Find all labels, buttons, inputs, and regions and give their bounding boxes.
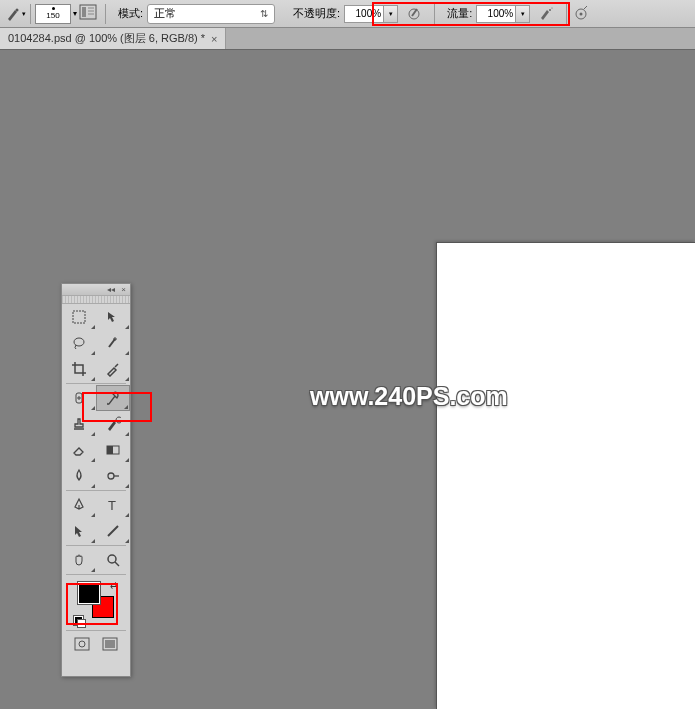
airbrush-icon[interactable] [536, 4, 556, 24]
close-tab-icon[interactable]: × [211, 33, 217, 45]
tools-panel: ◂◂ × T ⇄ [61, 283, 131, 677]
svg-point-16 [108, 473, 114, 479]
document-tab-title: 0104284.psd @ 100% (图层 6, RGB/8) * [8, 31, 205, 46]
watermark-text: www.240PS.com [310, 382, 508, 411]
history-brush-tool[interactable] [96, 411, 130, 437]
svg-rect-21 [75, 638, 89, 650]
close-panel-icon[interactable]: × [121, 285, 126, 294]
svg-rect-11 [73, 311, 85, 323]
flow-label: 流量: [447, 6, 472, 21]
swap-colors-icon[interactable]: ⇄ [110, 580, 118, 590]
move-tool[interactable] [96, 304, 130, 330]
stamp-tool[interactable] [62, 411, 96, 437]
canvas[interactable] [436, 242, 695, 709]
lasso-tool[interactable] [62, 330, 96, 356]
pen-tool[interactable] [62, 492, 96, 518]
brush-size-value: 150 [46, 11, 59, 20]
flow-input[interactable]: 100% [476, 5, 516, 23]
document-tab-bar: 0104284.psd @ 100% (图层 6, RGB/8) * × [0, 28, 695, 50]
mode-label: 模式: [118, 6, 143, 21]
default-colors-icon[interactable] [74, 616, 84, 626]
svg-point-19 [108, 555, 116, 563]
opacity-label: 不透明度: [293, 6, 340, 21]
collapse-icon[interactable]: ◂◂ [107, 285, 115, 294]
document-tab[interactable]: 0104284.psd @ 100% (图层 6, RGB/8) * × [0, 28, 226, 49]
hand-tool[interactable] [62, 547, 96, 573]
tablet-opacity-icon[interactable] [404, 4, 424, 24]
opacity-input[interactable]: 100% [344, 5, 384, 23]
svg-rect-24 [105, 640, 115, 648]
quickmask-icon[interactable] [74, 637, 90, 651]
zoom-tool[interactable] [96, 547, 130, 573]
svg-point-0 [15, 8, 18, 11]
screenmode-icon[interactable] [102, 637, 118, 651]
brush-tool-icon[interactable]: ▾ [4, 4, 26, 24]
gradient-tool[interactable] [96, 437, 130, 463]
svg-text:T: T [108, 498, 116, 513]
brush-preset-picker[interactable]: 150 [35, 4, 71, 24]
crop-tool[interactable] [62, 356, 96, 382]
svg-point-12 [74, 338, 84, 346]
eyedropper-tool[interactable] [96, 356, 130, 382]
color-swatches: ⇄ [74, 580, 118, 626]
svg-point-8 [552, 7, 553, 8]
svg-rect-2 [82, 7, 86, 17]
options-bar: ▾ 150 ▾ 模式: 正常 ⇅ 不透明度: 100% ▾ 流量: 100% ▾ [0, 0, 695, 28]
brush-tool[interactable] [96, 385, 130, 411]
dodge-tool[interactable] [96, 463, 130, 489]
opacity-dropdown[interactable]: ▾ [384, 5, 398, 23]
blend-mode-select[interactable]: 正常 ⇅ [147, 4, 275, 24]
svg-line-20 [115, 562, 119, 566]
svg-rect-15 [107, 446, 113, 454]
magic-wand-tool[interactable] [96, 330, 130, 356]
foreground-color-swatch[interactable] [78, 582, 100, 604]
healing-brush-tool[interactable] [62, 385, 96, 411]
svg-point-10 [580, 12, 583, 15]
svg-point-22 [79, 641, 85, 647]
blend-mode-value: 正常 [154, 6, 176, 21]
tablet-size-icon[interactable] [571, 4, 591, 24]
dropdown-arrows-icon: ⇅ [260, 8, 268, 19]
brush-panel-toggle-icon[interactable] [79, 4, 101, 24]
blur-tool[interactable] [62, 463, 96, 489]
panel-grip[interactable] [62, 296, 130, 304]
svg-line-18 [108, 526, 118, 536]
path-selection-tool[interactable] [62, 518, 96, 544]
panel-header[interactable]: ◂◂ × [62, 284, 130, 296]
type-tool[interactable]: T [96, 492, 130, 518]
flow-dropdown[interactable]: ▾ [516, 5, 530, 23]
svg-point-7 [549, 9, 551, 11]
marquee-tool[interactable] [62, 304, 96, 330]
shape-tool[interactable] [96, 518, 130, 544]
eraser-tool[interactable] [62, 437, 96, 463]
